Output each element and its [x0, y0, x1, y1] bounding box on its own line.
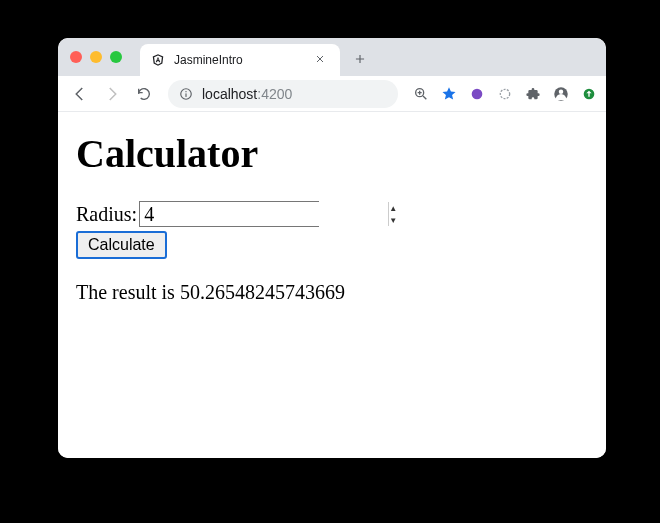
close-tab-button[interactable]	[310, 52, 330, 68]
radius-label: Radius:	[76, 203, 137, 226]
site-info-icon[interactable]	[178, 86, 194, 102]
reload-button[interactable]	[130, 80, 158, 108]
maximize-window-button[interactable]	[110, 51, 122, 63]
page-heading: Calculator	[76, 130, 588, 177]
url-port: :4200	[257, 86, 292, 102]
window-controls	[70, 51, 122, 63]
result-text: The result is 50.26548245743669	[76, 281, 588, 304]
calculate-button[interactable]: Calculate	[76, 231, 167, 259]
svg-point-7	[559, 89, 564, 94]
svg-point-4	[472, 88, 483, 99]
forward-button[interactable]	[98, 80, 126, 108]
address-bar[interactable]: localhost:4200	[168, 80, 398, 108]
titlebar: JasmineIntro	[58, 38, 606, 76]
browser-window: JasmineIntro localhost:4200	[58, 38, 606, 458]
profile-icon[interactable]	[552, 85, 570, 103]
zoom-icon[interactable]	[412, 85, 430, 103]
svg-point-5	[500, 89, 509, 98]
toolbar-icons	[412, 85, 598, 103]
spinner-down-button[interactable]: ▼	[389, 214, 397, 226]
minimize-window-button[interactable]	[90, 51, 102, 63]
extensions-puzzle-icon[interactable]	[524, 85, 542, 103]
number-spinner: ▲ ▼	[388, 202, 397, 226]
angular-favicon-icon	[150, 52, 166, 68]
back-button[interactable]	[66, 80, 94, 108]
tab-title: JasmineIntro	[174, 53, 310, 67]
new-tab-button[interactable]	[346, 45, 374, 73]
radius-row: Radius: ▲ ▼	[76, 201, 588, 227]
page-content: Calculator Radius: ▲ ▼ Calculate The res…	[58, 112, 606, 458]
toolbar: localhost:4200	[58, 76, 606, 112]
extension-circle-icon[interactable]	[496, 85, 514, 103]
url-host: localhost	[202, 86, 257, 102]
result-value: 50.26548245743669	[180, 281, 345, 303]
result-prefix: The result is	[76, 281, 180, 303]
browser-tab[interactable]: JasmineIntro	[140, 44, 340, 76]
bookmark-star-icon[interactable]	[440, 85, 458, 103]
update-available-icon[interactable]	[580, 85, 598, 103]
extension-purple-icon[interactable]	[468, 85, 486, 103]
spinner-up-button[interactable]: ▲	[389, 202, 397, 214]
close-window-button[interactable]	[70, 51, 82, 63]
svg-point-1	[185, 90, 186, 91]
radius-input-wrap: ▲ ▼	[139, 201, 319, 227]
radius-input[interactable]	[140, 202, 388, 226]
svg-rect-2	[185, 93, 186, 97]
